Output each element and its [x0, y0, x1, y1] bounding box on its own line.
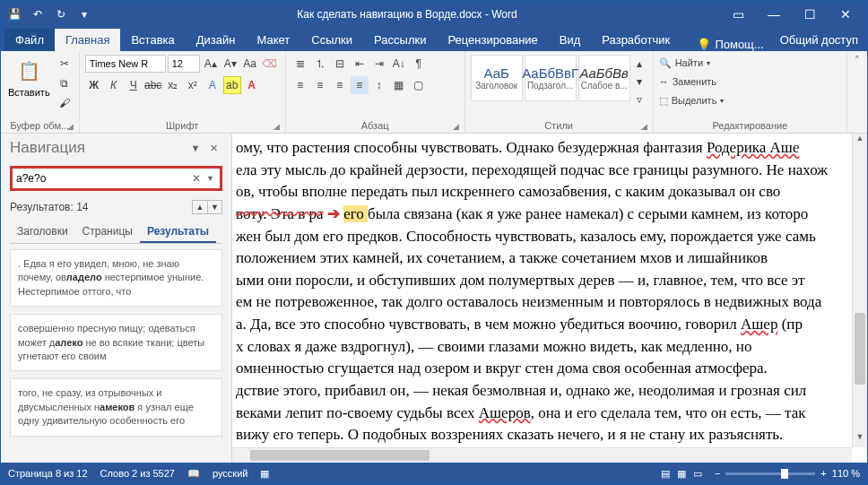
nav-tab-headings[interactable]: Заголовки [10, 221, 75, 243]
hscroll-thumb[interactable] [250, 450, 430, 461]
find-dropdown-icon[interactable]: ▾ [707, 59, 710, 67]
tell-me[interactable]: 💡Помощ... [697, 38, 763, 51]
print-layout-icon[interactable]: ▦ [677, 468, 686, 480]
zoom-level[interactable]: 110 % [832, 468, 860, 479]
format-painter-icon[interactable]: 🖌 [56, 94, 74, 112]
style-weak[interactable]: АаБбВвСлабое в... [578, 55, 630, 101]
paste-button[interactable]: 📋 Вставить [6, 55, 52, 100]
find-button[interactable]: 🔍Найти▾ [659, 55, 725, 71]
scroll-down-icon[interactable]: ▼ [853, 432, 867, 447]
zoom-knob[interactable] [781, 469, 788, 479]
clear-format-icon[interactable]: ⌫ [261, 55, 279, 73]
font-name-combo[interactable]: Times New R [85, 55, 166, 73]
status-page[interactable]: Страница 8 из 12 [8, 468, 88, 479]
select-dropdown-icon[interactable]: ▾ [720, 97, 724, 105]
para-launcher-icon[interactable]: ◢ [453, 122, 459, 131]
zoom-out-icon[interactable]: − [715, 468, 720, 479]
nav-close-icon[interactable]: ✕ [204, 143, 222, 154]
nav-prev-result-icon[interactable]: ▲ [193, 201, 207, 213]
font-size-combo[interactable]: 12 [168, 55, 200, 73]
tab-file[interactable]: Файл [4, 29, 55, 51]
vertical-scrollbar[interactable]: ▲ ▼ [852, 134, 867, 447]
nav-search-box[interactable]: ✕ ▼ [10, 166, 222, 191]
redo-icon[interactable]: ↻ [51, 4, 71, 24]
nav-next-result-icon[interactable]: ▼ [207, 201, 221, 213]
share-button[interactable]: Общий доступ [771, 29, 867, 51]
replace-button[interactable]: ↔Заменить [659, 74, 725, 90]
line-spacing-icon[interactable]: ↕ [370, 76, 388, 94]
nav-options-icon[interactable]: ▼ [187, 143, 204, 153]
tab-developer[interactable]: Разработчик [591, 29, 681, 51]
ribbon-options-icon[interactable]: ▭ [720, 1, 756, 28]
grow-font-icon[interactable]: A▴ [202, 55, 220, 73]
styles-launcher-icon[interactable]: ◢ [641, 122, 647, 131]
clipboard-launcher-icon[interactable]: ◢ [67, 122, 74, 131]
change-case-icon[interactable]: Aa [241, 55, 259, 73]
bold-icon[interactable]: Ж [85, 76, 103, 94]
numbering-icon[interactable]: ⒈ [311, 55, 329, 73]
style-subheading[interactable]: АаБбВвГПодзагол... [525, 55, 577, 101]
scroll-up-icon[interactable]: ▲ [853, 134, 867, 149]
align-right-icon[interactable]: ≡ [331, 76, 349, 94]
copy-icon[interactable]: ⧉ [56, 74, 74, 92]
tab-view[interactable]: Вид [549, 29, 592, 51]
styles-up-icon[interactable]: ▴ [632, 55, 647, 73]
nav-tab-results[interactable]: Результаты [140, 221, 216, 243]
maximize-icon[interactable]: ☐ [792, 1, 828, 28]
nav-result-item[interactable]: того, не сразу, из отрывочных и двусмысл… [10, 378, 222, 436]
status-macro-icon[interactable]: ▦ [260, 468, 269, 480]
shading-icon[interactable]: ▦ [390, 76, 408, 94]
styles-more-icon[interactable]: ▿ [632, 91, 647, 108]
zoom-in-icon[interactable]: + [820, 468, 826, 479]
justify-icon[interactable]: ≡ [351, 76, 369, 94]
zoom-slider[interactable] [725, 472, 815, 475]
align-center-icon[interactable]: ≡ [311, 76, 329, 94]
align-left-icon[interactable]: ≡ [291, 76, 309, 94]
document-body[interactable]: ому, что растения способны чувствовать. … [232, 134, 852, 447]
tab-home[interactable]: Главная [55, 29, 120, 51]
minimize-icon[interactable]: — [756, 1, 792, 28]
tab-references[interactable]: Ссылки [300, 29, 363, 51]
scroll-thumb[interactable] [855, 313, 865, 385]
nav-result-item[interactable]: совершенно пресную пищу; одеваться может… [10, 314, 222, 371]
font-launcher-icon[interactable]: ◢ [273, 122, 280, 131]
status-proofing-icon[interactable]: 📖 [187, 468, 200, 480]
close-icon[interactable]: ✕ [828, 1, 864, 28]
nav-search-clear-icon[interactable]: ✕ [188, 172, 204, 185]
text-effects-icon[interactable]: A [204, 76, 221, 94]
shrink-font-icon[interactable]: A▾ [221, 55, 239, 73]
indent-icon[interactable]: ⇥ [370, 55, 388, 73]
superscript-icon[interactable]: x² [184, 76, 202, 94]
qat-customize-icon[interactable]: ▾ [74, 4, 94, 24]
horizontal-scrollbar[interactable] [232, 447, 852, 463]
highlight-icon[interactable]: ab [223, 76, 241, 94]
status-language[interactable]: русский [213, 468, 247, 479]
multilevel-icon[interactable]: ⊟ [331, 55, 349, 73]
tab-design[interactable]: Дизайн [186, 29, 247, 51]
font-color-icon[interactable]: A [243, 76, 261, 94]
italic-icon[interactable]: К [105, 76, 123, 94]
save-icon[interactable]: 💾 [4, 4, 24, 24]
tab-mailings[interactable]: Рассылки [363, 29, 437, 51]
web-layout-icon[interactable]: ▭ [693, 468, 702, 480]
show-marks-icon[interactable]: ¶ [410, 55, 428, 73]
nav-search-input[interactable] [16, 172, 188, 185]
borders-icon[interactable]: ▢ [410, 76, 428, 94]
tab-review[interactable]: Рецензирование [437, 29, 548, 51]
sort-icon[interactable]: A↓ [390, 55, 408, 73]
document-scroll[interactable]: ому, что растения способны чувствовать. … [232, 134, 852, 447]
nav-search-dropdown-icon[interactable]: ▼ [204, 174, 216, 183]
undo-icon[interactable]: ↶ [28, 4, 48, 24]
subscript-icon[interactable]: x₂ [164, 76, 182, 94]
strike-icon[interactable]: abc [144, 76, 162, 94]
outdent-icon[interactable]: ⇤ [351, 55, 369, 73]
nav-tab-pages[interactable]: Страницы [75, 221, 140, 243]
collapse-ribbon-icon[interactable]: ˄ [855, 55, 860, 66]
status-words[interactable]: Слово 2 из 5527 [100, 468, 175, 479]
tab-insert[interactable]: Вставка [120, 29, 185, 51]
select-button[interactable]: ⬚Выделить▾ [659, 92, 725, 108]
underline-icon[interactable]: Ч [125, 76, 143, 94]
styles-down-icon[interactable]: ▾ [632, 73, 647, 91]
nav-result-item[interactable]: . Едва я его увидел, мною, не знаю почем… [10, 249, 222, 307]
cut-icon[interactable]: ✂ [56, 55, 74, 73]
